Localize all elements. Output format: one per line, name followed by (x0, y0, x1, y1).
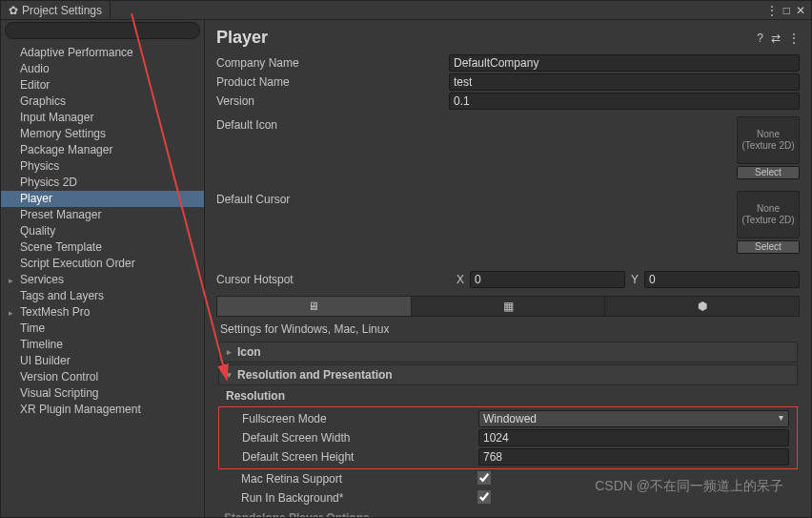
sidebar-item-version-control[interactable]: Version Control (1, 369, 204, 385)
company-name-label: Company Name (216, 56, 449, 70)
sidebar-item-physics-2d[interactable]: Physics 2D (1, 175, 204, 191)
sidebar-item-adaptive-performance[interactable]: Adaptive Performance (1, 45, 204, 61)
sidebar-item-ui-builder[interactable]: UI Builder (1, 353, 204, 369)
tab-label: Project Settings (22, 4, 102, 17)
fullscreen-mode-label: Fullscreen Mode (242, 412, 478, 425)
version-label: Version (216, 94, 449, 108)
sidebar-item-quality[interactable]: Quality (1, 223, 204, 239)
default-cursor-label: Default Cursor (216, 191, 449, 206)
default-height-label: Default Screen Height (242, 450, 478, 464)
default-height-input[interactable] (478, 448, 789, 466)
sidebar-item-input-manager[interactable]: Input Manager (1, 110, 204, 126)
sidebar-item-editor[interactable]: Editor (1, 77, 204, 93)
android-icon: ⬢ (698, 300, 707, 313)
sidebar-tree: Adaptive PerformanceAudioEditorGraphicsI… (1, 41, 204, 422)
sidebar-item-audio[interactable]: Audio (1, 61, 204, 77)
product-name-label: Product Name (216, 75, 449, 89)
main-panel: Player ? ⇄ ⋮ Company Name Product Name V… (205, 20, 811, 517)
sidebar-item-services[interactable]: Services (1, 272, 204, 288)
mac-retina-checkbox[interactable] (477, 471, 491, 485)
hotspot-x-input[interactable] (470, 271, 625, 288)
titlebar: ✿ Project Settings ⋮ □ ✕ (1, 1, 811, 20)
menu-icon[interactable]: ⋮ (766, 4, 778, 17)
gear-icon: ✿ (9, 4, 18, 17)
sidebar-item-preset-manager[interactable]: Preset Manager (1, 207, 204, 223)
page-title: Player (216, 28, 757, 48)
sidebar-item-physics[interactable]: Physics (1, 158, 204, 175)
resolution-heading: Resolution (218, 387, 798, 406)
sidebar-item-package-manager[interactable]: Package Manager (1, 142, 204, 158)
company-name-input[interactable] (449, 54, 800, 72)
hotspot-y-label: Y (629, 273, 640, 286)
cutoff-heading: Standalone Player Options (205, 508, 811, 517)
cursor-hotspot-label: Cursor Hotspot (216, 273, 449, 286)
search-input[interactable] (5, 22, 200, 39)
sidebar: Adaptive PerformanceAudioEditorGraphicsI… (1, 20, 205, 517)
platform-tabbar: 🖥 ▦ ⬢ (216, 296, 800, 317)
default-icon-select-button[interactable]: Select (737, 166, 800, 179)
fullscreen-mode-select[interactable]: Windowed (478, 410, 789, 427)
run-background-checkbox[interactable] (477, 490, 491, 504)
default-cursor-slot[interactable]: None (Texture 2D) (737, 191, 800, 238)
platform-subtitle: Settings for Windows, Mac, Linux (205, 317, 811, 342)
sidebar-item-script-execution-order[interactable]: Script Execution Order (1, 256, 204, 272)
help-icon[interactable]: ? (757, 31, 763, 45)
run-background-label: Run In Background* (241, 491, 477, 505)
default-icon-label: Default Icon (216, 116, 449, 132)
highlight-box: Fullscreen Mode Windowed Default Screen … (218, 406, 798, 469)
tab-android[interactable]: ⬢ (605, 297, 799, 316)
window-tab[interactable]: ✿ Project Settings (1, 1, 111, 19)
sidebar-item-memory-settings[interactable]: Memory Settings (1, 126, 204, 142)
sidebar-item-textmesh-pro[interactable]: TextMesh Pro (1, 304, 204, 321)
kebab-icon[interactable]: ⋮ (788, 31, 800, 45)
chevron-right-icon: ▸ (227, 347, 232, 357)
sidebar-item-scene-template[interactable]: Scene Template (1, 239, 204, 256)
sidebar-item-timeline[interactable]: Timeline (1, 337, 204, 353)
sidebar-item-visual-scripting[interactable]: Visual Scripting (1, 385, 204, 402)
hotspot-y-input[interactable] (644, 271, 800, 288)
preset-icon[interactable]: ⇄ (771, 31, 781, 45)
server-icon: ▦ (503, 300, 514, 313)
close-icon[interactable]: ✕ (796, 4, 805, 17)
foldout-resolution[interactable]: ▾ Resolution and Presentation (218, 364, 798, 385)
sidebar-item-tags-and-layers[interactable]: Tags and Layers (1, 288, 204, 304)
sidebar-item-time[interactable]: Time (1, 321, 204, 337)
tab-desktop[interactable]: 🖥 (217, 297, 412, 316)
mac-retina-label: Mac Retina Support (241, 472, 477, 486)
desktop-icon: 🖥 (308, 300, 319, 313)
sidebar-item-player[interactable]: Player (1, 191, 204, 207)
default-width-label: Default Screen Width (242, 431, 478, 445)
default-width-input[interactable] (478, 429, 789, 446)
default-cursor-select-button[interactable]: Select (737, 240, 800, 254)
hotspot-x-label: X (455, 273, 466, 286)
version-input[interactable] (449, 93, 800, 110)
product-name-input[interactable] (449, 73, 800, 91)
default-icon-slot[interactable]: None (Texture 2D) (737, 116, 800, 164)
sidebar-item-graphics[interactable]: Graphics (1, 93, 204, 110)
sidebar-item-xr-plugin-management[interactable]: XR Plugin Management (1, 402, 204, 418)
chevron-down-icon: ▾ (227, 370, 232, 380)
foldout-icon[interactable]: ▸ Icon (218, 342, 798, 363)
tab-server[interactable]: ▦ (412, 297, 606, 316)
maximize-icon[interactable]: □ (783, 4, 790, 17)
